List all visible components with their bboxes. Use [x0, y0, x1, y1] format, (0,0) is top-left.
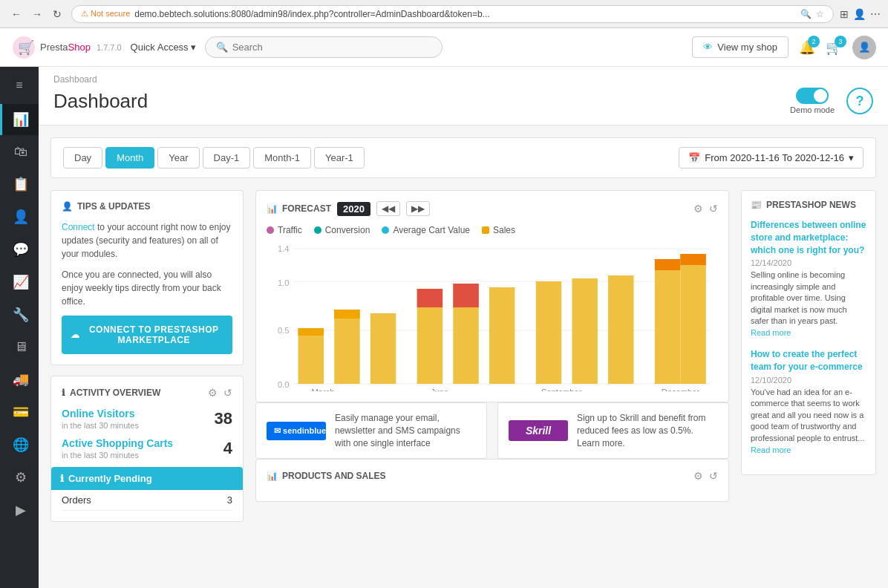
- forecast-next-button[interactable]: ▶▶: [406, 201, 430, 216]
- filter-tab-month1[interactable]: Month-1: [253, 147, 311, 169]
- prestashop-logo-icon: 🛒: [12, 36, 36, 59]
- activity-settings-button[interactable]: ⚙: [208, 387, 218, 399]
- search-bar[interactable]: 🔍: [205, 36, 443, 58]
- sidebar-item-customers[interactable]: 👤: [0, 201, 39, 232]
- sidebar-toggle-button[interactable]: ≡: [0, 73, 39, 98]
- news-date-1: 12/14/2020: [751, 258, 866, 267]
- date-range-button[interactable]: 📅 From 2020-11-16 To 2020-12-16 ▾: [679, 147, 863, 169]
- svg-text:1.4: 1.4: [278, 244, 289, 253]
- sidebar-item-orders[interactable]: 🛍: [0, 137, 39, 167]
- payment-icon: 💳: [13, 404, 29, 420]
- sidebar-item-design[interactable]: 🖥: [0, 332, 39, 362]
- sendinblue-icon: ✉: [274, 426, 281, 435]
- extensions-btn[interactable]: ⊞: [840, 8, 849, 20]
- online-visitors-sub: in the last 30 minutes: [62, 421, 139, 430]
- account-btn[interactable]: 👤: [853, 8, 866, 20]
- sidebar-item-settings[interactable]: ⚙: [0, 462, 39, 493]
- sidebar-item-dashboard[interactable]: 📊: [0, 104, 39, 135]
- activity-refresh-button[interactable]: ↺: [223, 387, 232, 399]
- activity-icon: ℹ: [62, 388, 65, 398]
- sidebar: ≡ 📊 🛍 📋 👤 💬 📈 🔧 🖥 🚚 💳: [0, 67, 39, 588]
- online-visitors-info: Online Visitors in the last 30 minutes: [62, 408, 139, 430]
- news-link-1[interactable]: Differences between online store and mar…: [751, 220, 866, 255]
- logo-area: 🛒 PrestaShop 1.7.7.0: [12, 36, 122, 59]
- bar-1-dark: [298, 328, 324, 336]
- products-sales-actions: ⚙ ↺: [693, 470, 718, 482]
- filter-tab-year1[interactable]: Year-1: [314, 147, 365, 169]
- orders-label: Orders: [62, 494, 91, 506]
- filter-tab-month[interactable]: Month: [105, 147, 154, 169]
- news-link-2[interactable]: How to create the perfect team for your …: [751, 349, 863, 372]
- filter-tab-day[interactable]: Day: [63, 147, 102, 169]
- news-item-1: Differences between online store and mar…: [751, 219, 866, 338]
- filter-tab-year[interactable]: Year: [157, 147, 199, 169]
- url-bar[interactable]: ⚠ Not secure demo.bebtech.solutions:8080…: [71, 5, 834, 23]
- legend-avg-cart: Average Cart Value: [382, 225, 470, 235]
- sidebar-item-customer-service[interactable]: 💬: [0, 234, 39, 265]
- filter-tab-day1[interactable]: Day-1: [203, 147, 251, 169]
- shopping-carts-value: 4: [223, 439, 232, 458]
- sidebar-item-advanced[interactable]: ▶: [0, 494, 39, 526]
- user-avatar[interactable]: 👤: [852, 36, 876, 59]
- cart-badge: 3: [835, 36, 846, 48]
- dashboard-icon: 📊: [13, 111, 29, 128]
- customers-icon: 👤: [13, 209, 29, 225]
- activity-title: ℹ ACTIVITY OVERVIEW: [62, 388, 160, 398]
- traffic-label: Traffic: [278, 225, 302, 235]
- view-shop-button[interactable]: 👁 View my shop: [692, 36, 789, 58]
- sidebar-item-modules[interactable]: 🔧: [0, 299, 39, 330]
- demo-mode-toggle[interactable]: [796, 88, 829, 104]
- notifications-button[interactable]: 🔔 2: [799, 39, 815, 56]
- cart-button[interactable]: 🛒 3: [826, 39, 842, 56]
- help-button[interactable]: ?: [846, 88, 873, 114]
- sidebar-item-catalog[interactable]: 📋: [0, 169, 39, 200]
- bar-9: [608, 275, 633, 384]
- tips-text-1: Connect to your account right now to enj…: [62, 220, 232, 261]
- eye-icon: 👁: [703, 42, 713, 53]
- back-btn[interactable]: ←: [7, 7, 25, 22]
- tips-connect-link[interactable]: Connect: [62, 222, 95, 232]
- legend-sales: Sales: [482, 225, 515, 235]
- tips-card-title: 👤 TIPS & UPDATES: [62, 201, 150, 212]
- forecast-refresh-button[interactable]: ↺: [709, 203, 718, 215]
- forecast-header: 📊 FORECAST 2020 ◀◀ ▶▶ ⚙ ↺: [267, 201, 718, 216]
- quick-access-button[interactable]: Quick Access ▾: [131, 42, 196, 53]
- news-read-more-2[interactable]: Read more: [751, 445, 791, 454]
- orders-value: 3: [227, 494, 232, 506]
- products-sales-refresh-button[interactable]: ↺: [709, 470, 718, 482]
- sendinblue-ad-text: Easily manage your email, newsletter and…: [335, 412, 476, 449]
- conversion-color: [314, 226, 321, 234]
- security-warning: ⚠ Not secure: [81, 9, 130, 19]
- bar-5-red: [453, 284, 478, 307]
- tips-card-header: 👤 TIPS & UPDATES: [62, 201, 232, 212]
- sidebar-item-payment[interactable]: 💳: [0, 396, 39, 428]
- svg-text:0.5: 0.5: [278, 326, 289, 335]
- forecast-settings-button[interactable]: ⚙: [693, 203, 703, 215]
- sidebar-item-stats[interactable]: 📈: [0, 267, 39, 298]
- products-icon: 📊: [267, 471, 278, 481]
- products-sales-settings-button[interactable]: ⚙: [693, 470, 703, 482]
- refresh-btn[interactable]: ↻: [49, 7, 65, 22]
- menu-btn[interactable]: ⋯: [870, 8, 881, 20]
- products-sales-header: 📊 PRODUCTS AND SALES ⚙ ↺: [267, 470, 718, 482]
- sidebar-item-international[interactable]: 🌐: [0, 429, 39, 460]
- sidebar-item-shipping[interactable]: 🚚: [0, 364, 39, 395]
- marketplace-icon: ☁: [71, 330, 80, 340]
- forward-btn[interactable]: →: [28, 7, 46, 22]
- legend-traffic: Traffic: [267, 225, 302, 235]
- shipping-icon: 🚚: [13, 371, 29, 388]
- stats-icon: 📈: [13, 274, 29, 290]
- svg-text:0.0: 0.0: [278, 380, 289, 389]
- sales-color: [482, 226, 489, 234]
- online-visitors-row: Online Visitors in the last 30 minutes 3…: [62, 408, 232, 430]
- shopping-carts-info: Active Shopping Carts in the last 30 min…: [62, 437, 173, 460]
- forecast-prev-button[interactable]: ◀◀: [376, 201, 400, 216]
- svg-text:🛒: 🛒: [18, 39, 35, 56]
- bar-7: [536, 281, 561, 384]
- news-read-more-1[interactable]: Read more: [751, 328, 791, 337]
- ads-row: ✉ sendinblue Easily manage your email, n…: [255, 402, 729, 459]
- app-header: 🛒 PrestaShop 1.7.7.0 Quick Access ▾ 🔍 👁 …: [0, 28, 888, 67]
- search-input[interactable]: [232, 42, 431, 53]
- avg-cart-color: [382, 226, 389, 234]
- connect-marketplace-button[interactable]: ☁ CONNECT TO PRESTASHOP MARKETPLACE: [62, 316, 232, 354]
